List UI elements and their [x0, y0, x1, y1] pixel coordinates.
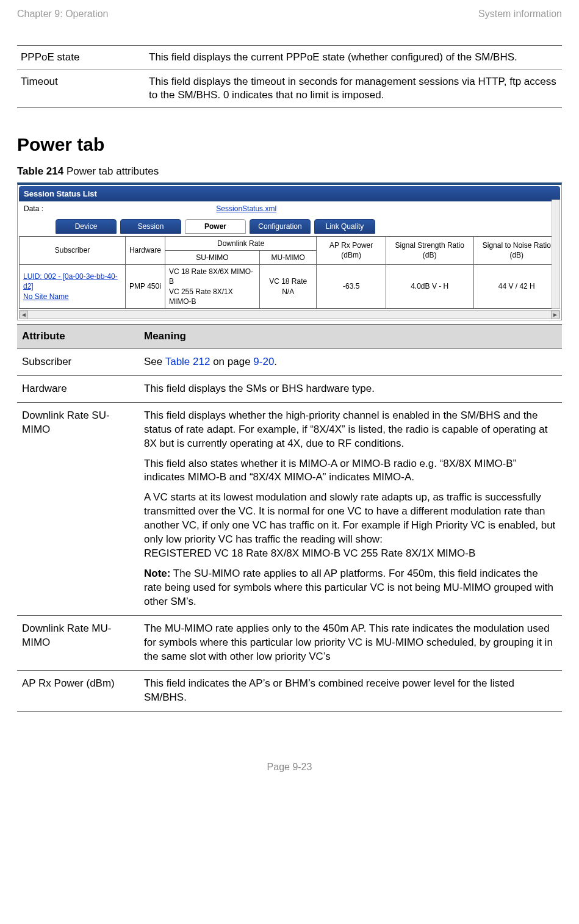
luid-link[interactable]: LUID: 002 - [0a-00-3e-bb-40-d2] — [23, 272, 118, 291]
data-label: Data : — [24, 204, 43, 213]
table-row: PPPoE state This field displays the curr… — [17, 45, 562, 70]
tab-link-quality[interactable]: Link Quality — [314, 219, 375, 234]
attr-meaning: This field displays the SMs or BHS hardw… — [139, 375, 562, 402]
data-source-row: Data : SessionStatus.xml — [19, 201, 560, 216]
attr-meaning: The MU-MIMO rate applies only to the 450… — [139, 615, 562, 670]
col-hardware[interactable]: Hardware — [125, 236, 165, 264]
note-paragraph: Note: The SU-MIMO rate applies to all AP… — [144, 567, 557, 609]
attr-label: Hardware — [17, 375, 139, 402]
attr-label: Timeout — [17, 70, 145, 108]
col-snr[interactable]: Signal to Noise Ratio (dB) — [473, 236, 559, 264]
cell-ap-rx: -63.5 — [317, 265, 386, 309]
caption-number: Table 214 — [17, 165, 63, 177]
text: on page — [210, 356, 253, 367]
col-mu-mimo[interactable]: MU-MIMO — [259, 250, 317, 264]
header-attribute: Attribute — [17, 324, 139, 348]
col-ap-rx-power[interactable]: AP Rx Power (dBm) — [317, 236, 386, 264]
pppoe-timeout-table: PPPoE state This field displays the curr… — [17, 45, 562, 109]
site-name-link[interactable]: No Site Name — [23, 292, 69, 301]
note-label: Note: — [144, 568, 170, 579]
power-data-grid: Subscriber Hardware Downlink Rate AP Rx … — [19, 236, 560, 309]
page-header: Chapter 9: Operation System information — [17, 7, 562, 45]
vertical-scrollbar[interactable] — [552, 200, 560, 309]
caption-text: Power tab attributes — [63, 165, 159, 177]
scroll-left-icon[interactable]: ◄ — [20, 311, 28, 319]
col-subscriber[interactable]: Subscriber — [20, 236, 126, 264]
note-text: The SU-MIMO rate applies to all AP platf… — [144, 568, 553, 607]
grid-data-row: LUID: 002 - [0a-00-3e-bb-40-d2] No Site … — [20, 265, 560, 309]
cross-ref-link[interactable]: Table 212 — [165, 356, 210, 367]
col-su-mimo[interactable]: SU-MIMO — [165, 250, 259, 264]
scroll-right-icon[interactable]: ► — [551, 311, 559, 319]
table-caption: Table 214 Power tab attributes — [17, 165, 562, 179]
page-footer: Page 9-23 — [17, 760, 562, 774]
attr-meaning: This field indicates the AP’s or BHM’s c… — [139, 670, 562, 711]
cell-sig-str: 4.0dB V - H — [386, 265, 473, 309]
table-row: Subscriber See Table 212 on page 9-20. — [17, 348, 562, 375]
cell-su-mimo: VC 18 Rate 8X/6X MIMO-B VC 255 Rate 8X/1… — [165, 265, 259, 309]
text: A VC starts at its lowest modulation and… — [144, 491, 555, 545]
header-right: System information — [478, 7, 562, 21]
tab-power[interactable]: Power — [185, 219, 246, 234]
attr-meaning: This field displays the current PPPoE st… — [145, 45, 562, 70]
tab-session[interactable]: Session — [120, 219, 181, 234]
embedded-screenshot: Session Status List Data : SessionStatus… — [17, 182, 562, 320]
attr-header-row: Attribute Meaning — [17, 324, 562, 348]
table-row: Downlink Rate MU-MIMO The MU-MIMO rate a… — [17, 615, 562, 670]
paragraph: This field also states whether it is MIM… — [144, 457, 557, 485]
cell-subscriber[interactable]: LUID: 002 - [0a-00-3e-bb-40-d2] No Site … — [20, 265, 126, 309]
paragraph: A VC starts at its lowest modulation and… — [144, 491, 557, 561]
tab-bar: Device Session Power Configuration Link … — [19, 217, 560, 236]
col-signal-strength[interactable]: Signal Strength Ratio (dB) — [386, 236, 473, 264]
panel-title: Session Status List — [19, 186, 560, 202]
attr-meaning: This field displays the timeout in secon… — [145, 70, 562, 108]
table-row: Downlink Rate SU-MIMO This field display… — [17, 402, 562, 615]
attr-label: PPPoE state — [17, 45, 145, 70]
attr-meaning: This field displays whether the high-pri… — [139, 402, 562, 615]
paragraph: This field displays whether the high-pri… — [144, 409, 557, 451]
horizontal-scrollbar[interactable]: ◄ ► — [19, 310, 560, 319]
attr-label: Downlink Rate MU-MIMO — [17, 615, 139, 670]
attr-label: Downlink Rate SU-MIMO — [17, 402, 139, 615]
tab-device[interactable]: Device — [56, 219, 117, 234]
attr-label: Subscriber — [17, 348, 139, 375]
attr-meaning: See Table 212 on page 9-20. — [139, 348, 562, 375]
col-downlink-rate[interactable]: Downlink Rate — [165, 236, 317, 250]
grid-header-row: Subscriber Hardware Downlink Rate AP Rx … — [20, 236, 560, 250]
text: See — [144, 356, 165, 367]
cell-mu-mimo: VC 18 Rate N/A — [259, 265, 317, 309]
text: REGISTERED VC 18 Rate 8X/8X MIMO-B VC 25… — [144, 547, 475, 559]
header-left: Chapter 9: Operation — [17, 7, 108, 21]
table-row: Timeout This field displays the timeout … — [17, 70, 562, 108]
data-link[interactable]: SessionStatus.xml — [216, 204, 276, 213]
section-title: Power tab — [17, 132, 562, 157]
table-row: Hardware This field displays the SMs or … — [17, 375, 562, 402]
page-ref-link[interactable]: 9-20 — [253, 356, 274, 367]
attr-label: AP Rx Power (dBm) — [17, 670, 139, 711]
text: . — [274, 356, 277, 367]
header-meaning: Meaning — [139, 324, 562, 348]
table-row: AP Rx Power (dBm) This field indicates t… — [17, 670, 562, 711]
tab-configuration[interactable]: Configuration — [250, 219, 311, 234]
attributes-table: Attribute Meaning Subscriber See Table 2… — [17, 324, 562, 712]
cell-snr: 44 V / 42 H — [473, 265, 559, 309]
cell-hardware: PMP 450i — [125, 265, 165, 309]
